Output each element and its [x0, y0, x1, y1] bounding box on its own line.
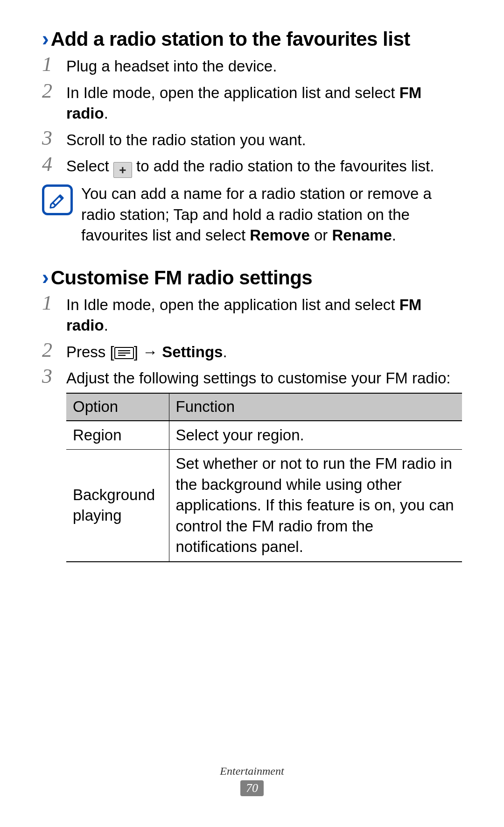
table-cell-function: Select your region.	[169, 421, 462, 450]
table-header-function: Function	[169, 393, 462, 421]
text: .	[392, 226, 396, 244]
footer-category: Entertainment	[0, 765, 504, 778]
chevron-right-icon: ›	[42, 267, 49, 288]
text: Press [	[66, 343, 114, 360]
text: .	[223, 343, 227, 360]
section1-title: Add a radio station to the favourites li…	[51, 28, 410, 50]
step: 2 Press [] → Settings.	[42, 342, 462, 363]
step-text: Press [] → Settings.	[66, 342, 462, 363]
step-text: In Idle mode, open the application list …	[66, 295, 462, 336]
step: 1 Plug a headset into the device.	[42, 56, 462, 77]
table-row: Region Select your region.	[66, 421, 462, 450]
section2-steps: 1 In Idle mode, open the application lis…	[42, 295, 462, 562]
text: Select	[66, 157, 113, 175]
section1-heading: › Add a radio station to the favourites …	[42, 28, 462, 50]
table-cell-option: Region	[66, 421, 169, 450]
step-text: Select + to add the radio station to the…	[66, 156, 462, 178]
text: to add the radio station to the favourit…	[132, 157, 434, 175]
text: .	[104, 105, 108, 122]
step: 4 Select + to add the radio station to t…	[42, 156, 462, 178]
bold-text: Settings	[162, 343, 223, 360]
plus-icon: +	[113, 162, 132, 178]
table-row: Background playing Set whether or not to…	[66, 450, 462, 562]
page-number-badge: 70	[240, 780, 264, 796]
text: In Idle mode, open the application list …	[66, 296, 399, 313]
step-text: Plug a headset into the device.	[66, 56, 462, 77]
text: Adjust the following settings to customi…	[66, 368, 462, 389]
page-footer: Entertainment 70	[0, 765, 504, 796]
text: or	[310, 226, 332, 244]
text: ] →	[134, 343, 162, 360]
step-number: 3	[42, 366, 58, 387]
bold-text: Rename	[332, 226, 392, 244]
section2-title: Customise FM radio settings	[51, 267, 313, 289]
chevron-right-icon: ›	[42, 28, 49, 49]
text: In Idle mode, open the application list …	[66, 84, 399, 101]
text: .	[104, 317, 108, 334]
table-cell-function: Set whether or not to run the FM radio i…	[169, 450, 462, 562]
step-text: In Idle mode, open the application list …	[66, 83, 462, 124]
section2-heading: › Customise FM radio settings	[42, 267, 462, 289]
menu-icon	[114, 347, 134, 359]
note: You can add a name for a radio station o…	[42, 184, 462, 246]
settings-table: Option Function Region Select your regio…	[66, 393, 462, 562]
step: 3 Scroll to the radio station you want.	[42, 130, 462, 151]
step: 3 Adjust the following settings to custo…	[42, 368, 462, 562]
table-cell-option: Background playing	[66, 450, 169, 562]
step-number: 1	[42, 54, 58, 75]
section1-steps: 1 Plug a headset into the device. 2 In I…	[42, 56, 462, 178]
step-number: 3	[42, 128, 58, 148]
note-text: You can add a name for a radio station o…	[81, 184, 462, 246]
step-text: Scroll to the radio station you want.	[66, 130, 462, 151]
step-text: Adjust the following settings to customi…	[66, 368, 462, 562]
step-number: 2	[42, 340, 58, 360]
page: › Add a radio station to the favourites …	[0, 0, 504, 827]
step-number: 1	[42, 293, 58, 313]
step: 2 In Idle mode, open the application lis…	[42, 83, 462, 124]
step-number: 2	[42, 81, 58, 101]
bold-text: Remove	[250, 226, 309, 244]
step: 1 In Idle mode, open the application lis…	[42, 295, 462, 336]
note-icon	[42, 184, 73, 215]
table-header-option: Option	[66, 393, 169, 421]
step-number: 4	[42, 154, 58, 175]
